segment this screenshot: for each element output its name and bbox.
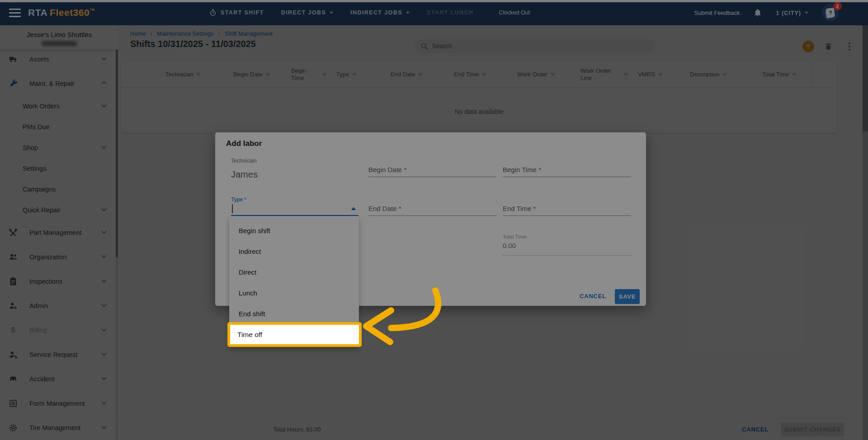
coach-arrow (348, 278, 466, 357)
dropdown-option-time-off-highlighted[interactable]: Time off (227, 322, 362, 347)
window-top-edge (0, 0, 868, 2)
tutorial-overlay (0, 0, 868, 440)
